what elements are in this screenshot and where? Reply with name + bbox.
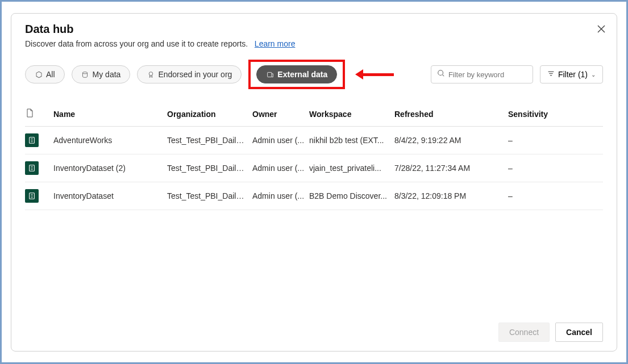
col-name[interactable]: Name: [53, 110, 167, 119]
search-icon: [437, 69, 445, 80]
table-row[interactable]: AdventureWorksTest_Test_PBI_Daily_...Adm…: [25, 127, 603, 154]
close-icon[interactable]: [597, 24, 605, 36]
dialog-title: Data hub: [25, 23, 603, 36]
cell-refreshed: 7/28/22, 11:27:34 AM: [394, 164, 508, 173]
cylinder-icon: [81, 70, 89, 78]
cell-workspace: B2B Demo Discover...: [309, 191, 394, 200]
annotation-arrow: [355, 69, 394, 80]
table-row[interactable]: InventoryDataset (2)Test_Test_PBI_Daily_…: [25, 154, 603, 182]
dataset-icon: [25, 189, 39, 203]
data-hub-dialog: Data hub Discover data from across your …: [11, 13, 617, 352]
dialog-footer: Connect Cancel: [498, 323, 603, 342]
external-icon: [266, 70, 274, 78]
cell-owner: Admin user (...: [252, 164, 309, 173]
svg-line-6: [443, 75, 444, 77]
cancel-button[interactable]: Cancel: [555, 323, 603, 342]
cell-org: Test_Test_PBI_Daily_...: [167, 164, 252, 173]
filter-toolbar: All My data Endorsed in your org Externa…: [25, 60, 603, 89]
chip-external[interactable]: External data: [256, 65, 337, 83]
cube-icon: [35, 70, 43, 78]
col-owner[interactable]: Owner: [252, 110, 309, 119]
dataset-icon: [25, 133, 39, 147]
col-sensitivity[interactable]: Sensitivity: [508, 110, 588, 119]
chip-all-label: All: [46, 70, 55, 79]
connect-button: Connect: [498, 323, 550, 342]
dialog-subtitle: Discover data from across your org and u…: [25, 39, 603, 48]
cell-owner: Admin user (...: [252, 191, 309, 200]
svg-point-3: [149, 72, 153, 76]
chip-my-data[interactable]: My data: [72, 65, 131, 83]
annotation-highlight: External data: [248, 60, 345, 89]
table-row[interactable]: InventoryDatasetTest_Test_PBI_Daily_...A…: [25, 182, 603, 210]
chip-all[interactable]: All: [25, 65, 65, 83]
chevron-down-icon: ⌄: [591, 72, 596, 78]
cell-refreshed: 8/3/22, 12:09:18 PM: [394, 191, 508, 200]
subtitle-text: Discover data from across your org and u…: [25, 39, 248, 48]
cell-name: AdventureWorks: [53, 136, 167, 145]
table-header: Name Organization Owner Workspace Refres…: [25, 102, 603, 127]
cell-sensitivity: –: [508, 136, 588, 145]
cell-name: InventoryDataset (2): [53, 164, 167, 173]
svg-point-5: [438, 70, 443, 76]
cell-sensitivity: –: [508, 164, 588, 173]
cell-owner: Admin user (...: [252, 136, 309, 145]
filter-button[interactable]: Filter (1) ⌄: [540, 65, 603, 83]
col-org[interactable]: Organization: [167, 110, 252, 119]
cell-workspace: vjain_test_privateli...: [309, 164, 394, 173]
col-icon: [25, 108, 53, 119]
chip-endorsed[interactable]: Endorsed in your org: [137, 65, 242, 83]
ribbon-icon: [147, 70, 155, 78]
dataset-icon: [25, 161, 39, 175]
svg-point-2: [83, 72, 88, 73]
filter-label: Filter (1): [558, 70, 588, 79]
data-table: Name Organization Owner Workspace Refres…: [25, 102, 603, 210]
search-input-wrap[interactable]: [431, 65, 533, 83]
cell-sensitivity: –: [508, 191, 588, 200]
search-input[interactable]: [448, 70, 527, 79]
learn-more-link[interactable]: Learn more: [255, 39, 296, 48]
cell-org: Test_Test_PBI_Daily_...: [167, 191, 252, 200]
cell-workspace: nikhil b2b test (EXT...: [309, 136, 394, 145]
col-refreshed[interactable]: Refreshed: [394, 110, 508, 119]
cell-refreshed: 8/4/22, 9:19:22 AM: [394, 136, 508, 145]
svg-rect-4: [267, 72, 271, 77]
file-icon: [25, 108, 34, 118]
filter-icon: [547, 70, 555, 79]
chip-endorsed-label: Endorsed in your org: [158, 70, 232, 79]
chip-external-label: External data: [277, 70, 327, 79]
chip-my-data-label: My data: [93, 70, 121, 79]
col-workspace[interactable]: Workspace: [309, 110, 394, 119]
cell-name: InventoryDataset: [53, 191, 167, 200]
cell-org: Test_Test_PBI_Daily_...: [167, 136, 252, 145]
